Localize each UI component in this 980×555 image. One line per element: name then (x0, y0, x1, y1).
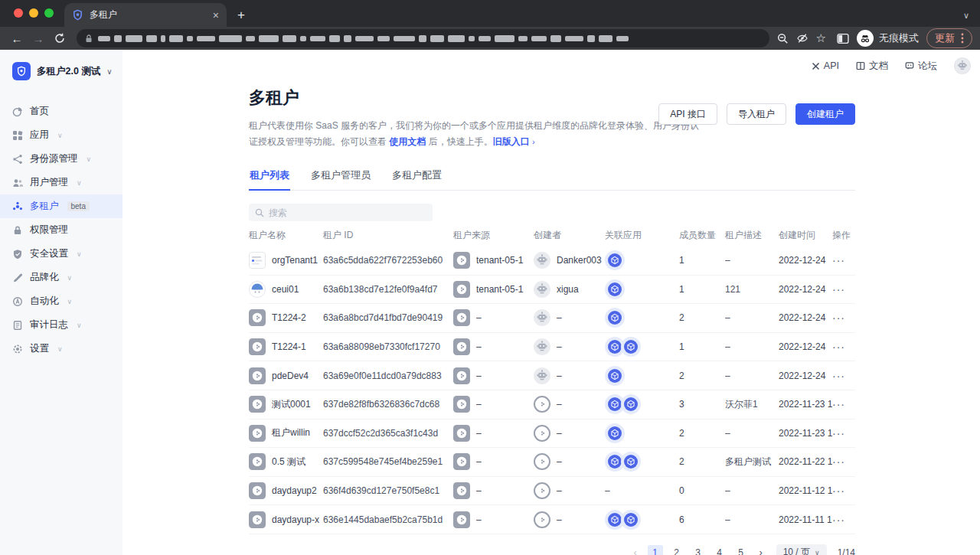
legacy-entry-link[interactable]: 旧版入口 (493, 136, 530, 147)
table-row[interactable]: orgTenant163a6c5dda622f7672253eb60tenant… (249, 246, 855, 276)
row-actions-button[interactable]: ··· (832, 427, 855, 439)
sidebar-item-shield[interactable]: 安全设置∨ (0, 242, 122, 266)
tenant-id-cell: 636f4d639cd127e750f5e8c1 (323, 485, 453, 496)
page-number-1[interactable]: 1 (648, 545, 663, 555)
table-row[interactable]: 测试0001637de82f8fb6326836c7dc68––3沃尔菲1202… (249, 390, 855, 420)
update-button[interactable]: 更新 (926, 28, 972, 48)
tenant-name-cell: ceui01 (249, 281, 323, 298)
tenant-source-cell: – (453, 511, 534, 528)
new-tab-button[interactable]: + (237, 8, 245, 23)
row-actions-button[interactable]: ··· (832, 341, 855, 353)
page-number-3[interactable]: 3 (691, 545, 706, 555)
back-icon[interactable]: ← (8, 32, 26, 45)
tenant-source-cell: – (453, 396, 534, 413)
avatar[interactable] (954, 57, 971, 74)
table-row[interactable]: daydayup2636f4d639cd127e750f5e8c1–––0–20… (249, 477, 855, 506)
members-count-cell: 1 (679, 341, 725, 352)
created-time-cell: 2022-12-24 (779, 255, 832, 266)
linked-app-icon (621, 394, 641, 414)
page-number-4[interactable]: 4 (712, 545, 727, 555)
members-count-cell: 0 (679, 485, 725, 496)
tenant-desc-cell: 121 (725, 284, 779, 295)
log-icon (12, 320, 23, 331)
sidebar-item-label: 权限管理 (30, 224, 68, 237)
table-row[interactable]: pdeDev463a69e0f0e11dcd0a79dc883––2–2022-… (249, 361, 855, 390)
sidebar-item-tenant[interactable]: 多租户beta (0, 194, 122, 218)
row-actions-button[interactable]: ··· (832, 283, 855, 295)
row-actions-button[interactable]: ··· (832, 254, 855, 266)
sidebar-item-users[interactable]: 用户管理∨ (0, 171, 122, 194)
row-actions-button[interactable]: ··· (832, 312, 855, 324)
utility-link-论坛[interactable]: 论坛 (905, 60, 937, 73)
reload-icon[interactable] (51, 33, 69, 44)
kebab-menu-icon[interactable] (961, 33, 964, 44)
zoom-out-icon[interactable] (777, 33, 789, 44)
sidebar-item-gear[interactable]: 设置∨ (0, 337, 122, 361)
page-size-select[interactable]: 10 / 页∨ (776, 544, 827, 555)
close-window-button[interactable] (14, 8, 23, 18)
browser-toolbar: ← → ☆ 无痕模式 (0, 27, 980, 50)
sidebar-item-log[interactable]: 审计日志∨ (0, 313, 122, 337)
forward-icon[interactable]: → (29, 32, 47, 45)
row-actions-button[interactable]: ··· (832, 370, 855, 382)
eye-off-icon[interactable] (796, 33, 808, 44)
sidebar-item-pie[interactable]: 首页 (0, 100, 122, 123)
search-input[interactable] (269, 207, 426, 218)
table-row[interactable]: T1224-263a6a8bcd7d41fbd7de90419––2–2022-… (249, 304, 855, 333)
table-row[interactable]: ceui0163a6b138cd7e12fe0f9a4fd7tenant-05-… (249, 276, 855, 305)
lock-icon (12, 225, 23, 236)
tenant-source-cell: – (453, 309, 534, 326)
row-actions-button[interactable]: ··· (832, 514, 855, 526)
tenant-source-cell: – (453, 482, 534, 499)
utility-link-文档[interactable]: 文档 (856, 60, 888, 73)
auto-icon (12, 296, 23, 307)
table-row[interactable]: 0.5 测试637c599548e745ef4be259e1––2多租户测试20… (249, 448, 855, 477)
tab-2[interactable]: 多租户配置 (391, 164, 443, 190)
tab-search-chevron-icon[interactable]: ∨ (963, 11, 969, 21)
next-page-icon[interactable]: › (755, 547, 767, 555)
create-tenant-button[interactable]: 创建租户 (795, 103, 855, 125)
api-button[interactable]: API 接口 (658, 103, 717, 125)
window-controls[interactable] (14, 8, 54, 18)
linked-apps-cell: – (605, 485, 679, 496)
page-number-5[interactable]: 5 (733, 545, 749, 555)
linked-apps-cell (605, 394, 679, 414)
search-box[interactable] (249, 204, 433, 221)
tab-strip: 多租户 × + ∨ (0, 0, 980, 27)
members-count-cell: 1 (679, 284, 725, 295)
sidebar-item-share[interactable]: 身份源管理∨ (0, 147, 122, 171)
tab-1[interactable]: 多租户管理员 (310, 164, 371, 190)
page-number-2[interactable]: 2 (669, 545, 684, 555)
sidebar-item-lock[interactable]: 权限管理 (0, 218, 122, 242)
members-count-cell: 2 (679, 456, 725, 467)
table-row[interactable]: daydayup-x636e1445dabaef5b2ca75b1d––6–20… (249, 505, 855, 534)
tab-close-icon[interactable]: × (213, 9, 219, 21)
table-row[interactable]: 租户willin637dccf52c2d365ca3f1c43d––2–2022… (249, 420, 855, 449)
sidebar-item-grid[interactable]: 应用∨ (0, 123, 122, 147)
row-actions-button[interactable]: ··· (832, 455, 855, 468)
maximize-window-button[interactable] (44, 8, 54, 18)
workspace-switcher[interactable]: 多租户2.0 测试 ∨ (0, 60, 122, 83)
bookmark-star-icon[interactable]: ☆ (816, 31, 826, 45)
description-text-2: 后，快速上手。 (426, 136, 492, 147)
chevron-down-icon: ∨ (67, 274, 73, 282)
tab-0[interactable]: 租户列表 (249, 164, 290, 191)
browser-tab[interactable]: 多租户 × (64, 3, 227, 27)
tenant-id-cell: 637c599548e745ef4be259e1 (323, 456, 453, 467)
tenant-icon (12, 201, 23, 212)
creator-cell: – (534, 511, 605, 528)
docs-link[interactable]: 使用文档 (389, 136, 426, 147)
minimize-window-button[interactable] (29, 8, 38, 18)
side-panel-icon[interactable] (837, 33, 849, 44)
row-actions-button[interactable]: ··· (832, 398, 855, 410)
search-icon (255, 208, 264, 217)
column-header: 租户名称 (249, 229, 323, 242)
tenant-id-cell: 63a6a88098eb7330fcf17270 (323, 341, 453, 352)
members-count-cell: 3 (679, 399, 725, 410)
import-tenant-button[interactable]: 导入租户 (727, 103, 786, 125)
sidebar-item-auto[interactable]: 自动化∨ (0, 289, 122, 313)
table-row[interactable]: T1224-163a6a88098eb7330fcf17270––1–2022-… (249, 333, 855, 362)
address-bar[interactable] (77, 29, 769, 47)
sidebar-item-brush[interactable]: 品牌化∨ (0, 266, 122, 289)
row-actions-button[interactable]: ··· (832, 485, 855, 497)
